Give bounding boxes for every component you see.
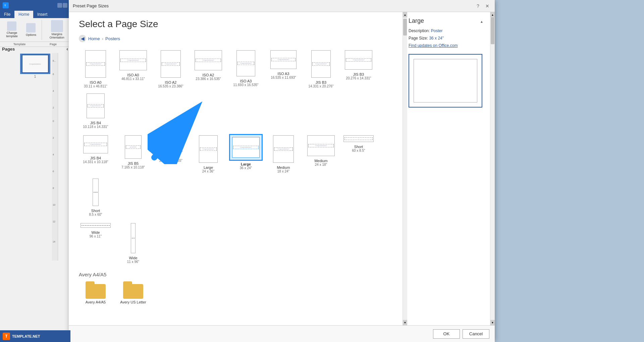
ok-button[interactable]: OK xyxy=(433,329,460,339)
change-template-btn[interactable]: Change template xyxy=(2,21,22,39)
page-size-jis-b5-landscape[interactable]: ratulati JIS B5 10.118 x 7.165" xyxy=(154,134,187,173)
scroll-track xyxy=(403,17,407,320)
main-scroll-up[interactable]: ▲ xyxy=(490,12,495,17)
main-scroll-down[interactable]: ▼ xyxy=(490,320,495,325)
options-btn[interactable]: Options xyxy=(24,22,38,37)
page-size-grid-row2: Congratulations! JIS B4 14.331 x 10.118"… xyxy=(79,134,393,216)
page-size-iso-a3-portrait[interactable]: Congratulations! ISO A3 11.693 x 16.535" xyxy=(229,49,263,88)
dialog-title: Preset Page Sizes xyxy=(73,3,472,8)
avery-a4-a5-label: Avery A4/A5 xyxy=(86,300,106,304)
app-logo-bar: T TEMPLATE.NET xyxy=(0,330,70,342)
page-thumb-wrap: Congratulations! xyxy=(84,49,107,79)
page-thumb: gratulatio xyxy=(125,135,142,159)
page-size-medium-landscape[interactable]: Congratulations! Medium 24 x 18" xyxy=(304,134,338,173)
breadcrumb[interactable]: ◀ Home › Posters xyxy=(79,35,393,42)
page-thumb: Congratulations! xyxy=(311,50,331,78)
page-thumb: ratulati xyxy=(159,135,182,152)
page-size-iso-a0-landscape[interactable]: Congratulations! ISO A0 46.811 x 33.11" xyxy=(116,49,150,88)
pages-panel: Pages ‹ Congratulations 1 xyxy=(0,44,70,80)
page-1-thumb[interactable]: Congratulations xyxy=(20,54,50,74)
page-size-jis-b3-portrait[interactable]: Congratulations! JIS B3 14.331 x 20.276" xyxy=(304,49,338,88)
main-scrollbar: ▲ ▼ xyxy=(490,12,495,325)
right-panel-size: Page Size: 36 x 24" xyxy=(409,36,485,41)
page-thumb: Congratulations! xyxy=(345,50,372,70)
right-panel-title: Large xyxy=(409,17,424,24)
ribbon: File Home Insert Change template Options… xyxy=(0,11,70,44)
scroll-down-arrow[interactable]: ▼ xyxy=(403,320,407,325)
minimize-btn[interactable] xyxy=(57,3,62,8)
page-thumb xyxy=(131,223,136,253)
right-panel: Large ▲ Description: Poster Page Size: 3… xyxy=(403,12,490,325)
help-button[interactable]: ? xyxy=(475,3,481,9)
titlebar-buttons xyxy=(57,3,67,8)
scroll-thumb[interactable] xyxy=(403,19,407,36)
page-thumb: Congratulations! xyxy=(119,50,147,70)
avery-a4-a5-folder[interactable]: Avery A4/A5 xyxy=(79,281,112,304)
avery-us-letter-folder[interactable]: Avery US Letter xyxy=(116,281,150,304)
page-size-iso-a2-landscape[interactable]: Congratulations! ISO A2 23.386 x 16.535" xyxy=(192,49,225,88)
manufacturers-header: Avery A4/A5 xyxy=(79,272,393,277)
page-size-grid-row1: Congratulations! ISO A0 33.11 x 46.811" … xyxy=(79,49,393,129)
preset-page-sizes-dialog: Preset Page Sizes ? ✕ Select a Page Size… xyxy=(69,0,495,342)
page-size-jis-b3-landscape[interactable]: Congratulations! JIS B3 20.276 x 14.331" xyxy=(342,49,375,88)
page-size-wide-tall[interactable]: Wide 11 x 96" xyxy=(116,222,150,264)
page-size-short-wide[interactable]: — Short 60 x 8.5" xyxy=(342,134,375,173)
margins-icon xyxy=(51,20,63,32)
pages-panel-title: Pages ‹ xyxy=(2,46,68,52)
main-scroll-track xyxy=(490,17,495,320)
page-thumb: Congratulations! xyxy=(232,137,260,158)
page-thumb-inner: Congratulations xyxy=(22,55,49,73)
page-size-jis-b4-portrait[interactable]: Congratulations! JIS B4 10.118 x 14.331" xyxy=(79,92,112,129)
dialog-main: Select a Page Size ◀ Home › Posters Cong… xyxy=(69,12,403,325)
page-thumb: Congratulations! xyxy=(195,50,222,70)
app-icon: T xyxy=(3,2,9,8)
page-size-jis-b4-landscape[interactable]: Congratulations! JIS B4 14.331 x 10.118" xyxy=(79,134,112,173)
svg-text:T: T xyxy=(4,4,6,7)
app-sidebar: T File Home Insert Change template Optio… xyxy=(0,0,70,342)
scroll-up-arrow[interactable]: ▲ xyxy=(403,12,407,17)
page-thumb: Congratulations! xyxy=(199,135,218,163)
page-thumb-wrap-selected: Congratulations! xyxy=(229,134,263,161)
right-panel-description: Description: Poster xyxy=(409,28,485,33)
ruler-vertical: 8... 6 4 2 0 2 4 6 8 10 12 14 xyxy=(52,53,58,261)
manufacturers-grid: Avery A4/A5 Avery US Letter xyxy=(79,281,393,304)
page-size-iso-a0-portrait[interactable]: Congratulations! ISO A0 33.11 x 46.811" xyxy=(79,49,112,88)
logo-icon: T xyxy=(3,333,10,340)
back-button[interactable]: ◀ xyxy=(79,35,86,42)
breadcrumb-posters[interactable]: Posters xyxy=(105,36,120,41)
page-thumb xyxy=(93,179,99,206)
page-thumb: Congratulations! xyxy=(83,135,108,153)
right-scrollbar: ▲ ▼ xyxy=(402,12,407,325)
office-link[interactable]: Find updates on Office.com xyxy=(409,43,485,48)
app-titlebar: T xyxy=(0,0,70,11)
tab-file[interactable]: File xyxy=(0,11,14,18)
scroll-up-btn[interactable]: ▲ xyxy=(480,20,485,23)
page-size-medium-portrait[interactable]: Congratulations! Medium 18 x 24" xyxy=(267,134,300,173)
page-size-wide-landscape[interactable]: Wide 96 x 11" xyxy=(79,222,112,264)
page-size-iso-a2-portrait[interactable]: Congratulations! ISO A2 16.535 x 23.386" xyxy=(154,49,187,88)
dialog-bottom-bar: OK Cancel xyxy=(69,325,495,342)
tab-home[interactable]: Home xyxy=(14,11,33,18)
main-scroll-thumb[interactable] xyxy=(491,17,494,44)
page-size-large-portrait[interactable]: Congratulations! Large 24 x 36" xyxy=(192,134,225,173)
folder-icon-avery-a4 xyxy=(86,281,106,299)
breadcrumb-home[interactable]: Home xyxy=(88,36,100,41)
page-size-large-landscape[interactable]: Congratulations! Large 36 x 24" xyxy=(229,134,263,173)
page-size-jis-b5-portrait[interactable]: gratulatio JIS B5 7.165 x 10.118" xyxy=(116,134,150,173)
avery-us-letter-label: Avery US Letter xyxy=(120,300,146,304)
tab-insert[interactable]: Insert xyxy=(33,11,51,18)
cancel-button[interactable]: Cancel xyxy=(463,329,489,339)
right-panel-preview xyxy=(409,54,482,108)
page-thumb: Congratulations! xyxy=(273,135,294,163)
dialog-body: Select a Page Size ◀ Home › Posters Cong… xyxy=(69,12,495,325)
close-button[interactable]: ✕ xyxy=(484,3,491,9)
page-size-short-tall[interactable]: Short 8.5 x 60" xyxy=(79,177,112,216)
page-size-iso-a3-landscape[interactable]: Congratulations! ISO A3 16.535 x 11.693" xyxy=(267,49,300,88)
right-panel-header: Large ▲ xyxy=(409,17,485,26)
page-thumb: Congratulations! xyxy=(236,50,255,76)
margins-btn[interactable]: Margins Orientation xyxy=(46,19,68,40)
change-template-icon xyxy=(7,21,16,31)
maximize-btn[interactable] xyxy=(63,3,67,8)
dialog-heading: Select a Page Size xyxy=(79,19,393,29)
page-thumb: Congratulations! xyxy=(85,50,106,78)
